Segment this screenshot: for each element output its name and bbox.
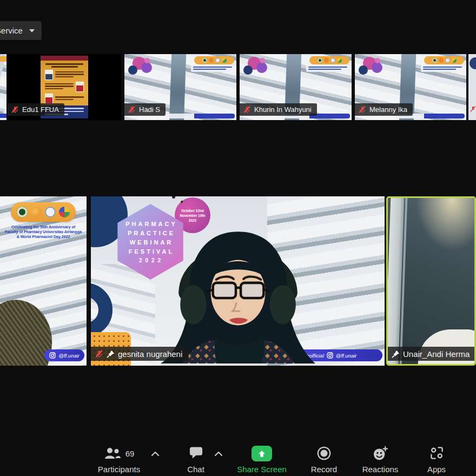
video-tile-melanny-ika[interactable]: Melanny Ika (355, 54, 466, 120)
video-thumbnail-strip: Edu1 FFUA Hadi S (0, 54, 476, 120)
video-tile-unair-andi-herma[interactable]: Unair_Andi Herma (386, 196, 476, 366)
anniversary-caption (306, 65, 349, 72)
mic-muted-icon (95, 349, 103, 358)
participant-name: Hadi S (139, 105, 160, 114)
participant-name: gesnita nugraheni (118, 349, 182, 359)
anniversary-text: Celebrating the 59th Anniversary of Facu… (2, 224, 85, 239)
reactions-icon (372, 446, 388, 461)
participant-name-label: Hadi S (124, 103, 166, 116)
social-media-bar (164, 114, 235, 118)
participants-icon (104, 447, 121, 460)
social-handle: @ff.unair (58, 353, 80, 359)
record-icon (316, 446, 332, 461)
participant-name: Edu1 FFUA (22, 105, 59, 114)
anniversary-banner-icon (309, 56, 349, 64)
festival-logo-icon (128, 57, 154, 80)
record-button[interactable]: Record (302, 446, 346, 474)
anniversary-banner-icon (194, 56, 234, 64)
video-tile-partial-building[interactable]: Celebrating the 59th Anniversary of Facu… (0, 196, 87, 366)
virtual-background-building (0, 54, 6, 120)
participant-name-label: gesnita nugraheni (91, 347, 189, 361)
video-tile-khurin-in-wahyuni[interactable]: Khurin In Wahyuni (240, 54, 352, 120)
service-button-label: ng Service (0, 26, 23, 35)
participant-video-gesnita (149, 222, 327, 366)
reactions-label: Reactions (362, 465, 399, 474)
recording-service-dropdown[interactable]: ng Service (0, 21, 42, 40)
pin-icon (392, 350, 400, 358)
video-tile-partial-right[interactable] (468, 54, 476, 120)
anniversary-banner-icon (424, 56, 464, 64)
video-tile-gesnita-nugraheni[interactable]: PHARMACY PRACTICE WEBINAR FESTIVAL 2022 … (91, 196, 385, 366)
participant-name-label: Edu1 FFUA (8, 103, 64, 116)
instagram-icon (327, 352, 333, 359)
chat-icon (189, 446, 203, 460)
ceiling-light-glare (409, 198, 474, 260)
participant-name-label: Khurin In Wahyuni (240, 103, 317, 116)
apps-button[interactable]: Apps (415, 446, 458, 474)
chat-chevron-up[interactable] (211, 449, 226, 459)
reactions-button[interactable]: Reactions (353, 446, 407, 474)
main-video-row: Celebrating the 59th Anniversary of Facu… (0, 196, 476, 366)
chat-button[interactable]: Chat (174, 446, 217, 474)
anniversary-caption (191, 65, 234, 72)
apps-icon (429, 446, 444, 460)
participant-name-label: Melanny Ika (355, 103, 413, 116)
mic-muted-icon (358, 105, 366, 114)
participants-chevron-up[interactable] (148, 449, 162, 459)
participants-count: 69 (125, 449, 135, 458)
participant-name: Unair_Andi Herma (403, 349, 470, 359)
share-screen-icon (252, 446, 272, 461)
participant-name-label: Unair_Andi Herma (388, 347, 476, 361)
apps-label: Apps (427, 465, 446, 474)
chevron-down-icon (29, 29, 35, 35)
chat-label: Chat (187, 465, 204, 474)
video-tile-edu1-ffua[interactable]: Edu1 FFUA (8, 54, 121, 120)
mic-muted-icon (243, 105, 251, 114)
participant-name: Melanny Ika (369, 105, 407, 114)
social-media-pill: @ff.unair (44, 349, 84, 361)
participant-name: Khurin In Wahyuni (254, 105, 312, 114)
mic-muted-icon (470, 105, 476, 115)
room-background (388, 198, 474, 364)
share-screen-label: Share Screen (237, 465, 287, 474)
share-screen-button[interactable]: Share Screen (232, 446, 292, 474)
video-tile-partial-left[interactable] (0, 54, 6, 120)
festival-logo-icon (243, 57, 269, 80)
participants-button[interactable]: 69 Participants (87, 446, 151, 474)
anniversary-logos (11, 202, 76, 222)
festival-logo-icon (359, 57, 385, 80)
mic-muted-icon (128, 105, 136, 114)
instagram-icon (49, 352, 56, 359)
video-tile-hadi-s[interactable]: Hadi S (124, 54, 236, 120)
social-handle: @ff.unair (336, 353, 357, 359)
mic-muted-icon (11, 105, 19, 114)
record-label: Record (311, 465, 337, 474)
anniversary-caption (421, 65, 464, 72)
pin-icon (107, 350, 115, 358)
participants-label: Participants (98, 465, 140, 474)
zoom-meeting-window: ng Service Edu1 FFUA (0, 0, 476, 476)
